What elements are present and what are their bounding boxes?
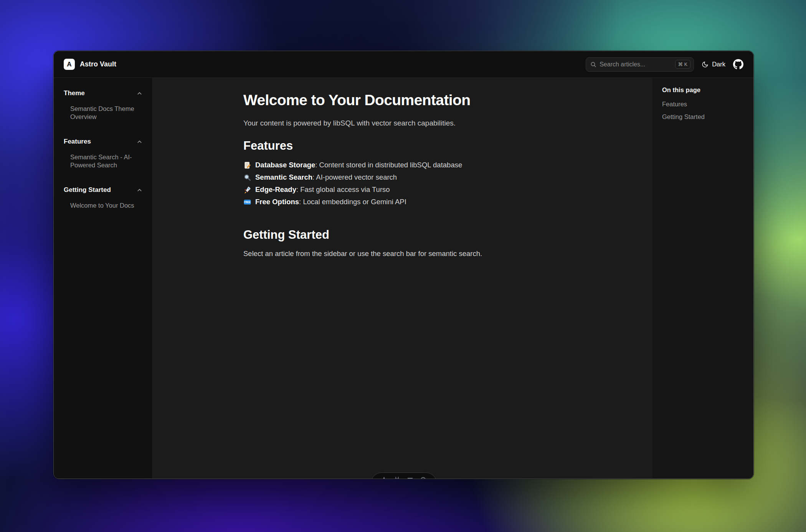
feature-item-free-options: FREE Free Options: Local embeddings or G… [243, 196, 562, 208]
sidebar-items: Welcome to Your Docs [64, 202, 142, 210]
feature-label: Free Options [255, 198, 299, 206]
svg-text:FREE: FREE [244, 201, 251, 203]
sidebar-section-getting-started: Getting Started Welcome to Your Docs [64, 186, 142, 210]
sidebar-section-title: Getting Started [64, 186, 111, 194]
chevron-up-icon [137, 187, 142, 193]
rocket-icon [243, 186, 251, 194]
feature-label: Database Storage [255, 161, 315, 169]
plug-icon[interactable] [394, 476, 400, 479]
sidebar-item-semantic-search[interactable]: Semantic Search - AI-Powered Search [70, 153, 142, 169]
sidebar-item-welcome-to-your-docs[interactable]: Welcome to Your Docs [70, 202, 142, 210]
getting-started-heading: Getting Started [243, 228, 562, 242]
main-content: Welcome to Your Documentation Your conte… [153, 78, 652, 478]
feature-item-database-storage: Database Storage: Content stored in dist… [243, 159, 562, 171]
feature-item-semantic-search: Semantic Search: AI-powered vector searc… [243, 171, 562, 183]
logo-letter: A [67, 61, 71, 68]
sidebar-section-features: Features Semantic Search - AI-Powered Se… [64, 138, 142, 169]
search-icon [590, 61, 596, 68]
feature-text-wrap: Free Options: Local embeddings or Gemini… [255, 198, 406, 206]
chevron-up-icon [137, 139, 142, 145]
search-input[interactable] [600, 61, 672, 68]
magnifying-glass-icon [243, 173, 251, 182]
gear-icon[interactable] [420, 476, 426, 479]
sidebar-section-getting-started-toggle[interactable]: Getting Started [64, 186, 142, 194]
toc-link-features[interactable]: Features [662, 101, 744, 108]
app-logo[interactable]: A [64, 59, 75, 70]
feature-label: Edge-Ready [255, 185, 296, 193]
search-box[interactable]: ⌘ K [586, 57, 694, 72]
feature-label: Semantic Search [255, 173, 312, 181]
on-this-page-panel: On this page Features Getting Started [652, 78, 753, 478]
github-icon [733, 59, 743, 69]
theme-toggle-label: Dark [712, 61, 725, 68]
search-shortcut-badge: ⌘ K [675, 60, 690, 69]
astro-icon[interactable] [381, 476, 387, 479]
getting-started-text: Select an article from the sidebar or us… [243, 249, 562, 258]
sidebar-section-features-toggle[interactable]: Features [64, 138, 142, 145]
sidebar: Theme Semantic Docs Theme Overview Featu… [54, 78, 153, 478]
article: Welcome to Your Documentation Your conte… [243, 78, 562, 258]
free-badge-icon: FREE [243, 198, 251, 206]
theme-toggle-button[interactable]: Dark [702, 61, 725, 68]
sidebar-items: Semantic Search - AI-Powered Search [64, 153, 142, 169]
features-list: Database Storage: Content stored in dist… [243, 159, 562, 208]
toc-items: Features Getting Started [662, 101, 744, 121]
moon-icon [702, 61, 709, 68]
page-title: Welcome to Your Documentation [243, 92, 562, 109]
sidebar-section-theme: Theme Semantic Docs Theme Overview [64, 89, 142, 121]
sidebar-section-title: Features [64, 138, 91, 145]
window-body: Theme Semantic Docs Theme Overview Featu… [54, 78, 753, 478]
chevron-up-icon [137, 91, 142, 96]
features-heading: Features [243, 139, 562, 153]
feature-text: : Fast global access via Turso [296, 185, 390, 193]
github-link[interactable] [733, 59, 743, 69]
app-window: A Astro Vault ⌘ K Dark [54, 51, 753, 479]
toc-link-getting-started[interactable]: Getting Started [662, 113, 744, 121]
toc-title: On this page [662, 86, 744, 94]
menu-icon[interactable] [407, 476, 413, 479]
feature-text: : AI-powered vector search [312, 173, 397, 181]
dev-toolbar[interactable] [371, 473, 437, 479]
feature-text: : Content stored in distributed libSQL d… [315, 161, 462, 169]
feature-item-edge-ready: Edge-Ready: Fast global access via Turso [243, 183, 562, 196]
feature-text-wrap: Semantic Search: AI-powered vector searc… [255, 173, 397, 182]
sidebar-item-semantic-docs-theme-overview[interactable]: Semantic Docs Theme Overview [70, 105, 142, 121]
sidebar-section-theme-toggle[interactable]: Theme [64, 89, 142, 97]
feature-text: : Local embeddings or Gemini API [299, 198, 406, 206]
app-header: A Astro Vault ⌘ K Dark [54, 51, 753, 78]
sidebar-items: Semantic Docs Theme Overview [64, 105, 142, 121]
sidebar-section-title: Theme [64, 89, 85, 97]
brand-title: Astro Vault [80, 60, 116, 68]
page-intro: Your content is powered by libSQL with v… [243, 119, 562, 127]
feature-text-wrap: Database Storage: Content stored in dist… [255, 161, 462, 169]
memo-icon [243, 161, 251, 169]
header-actions: ⌘ K Dark [586, 57, 743, 72]
feature-text-wrap: Edge-Ready: Fast global access via Turso [255, 185, 390, 194]
